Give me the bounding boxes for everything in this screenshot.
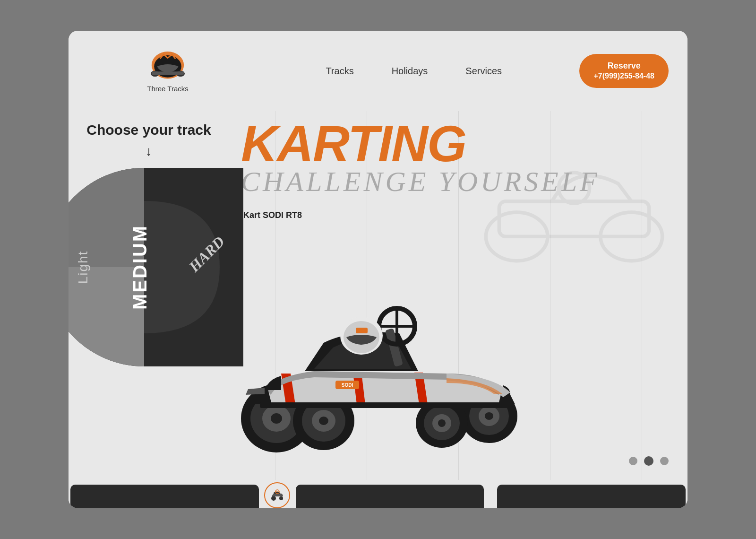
- svg-text:Light: Light: [76, 251, 90, 284]
- svg-text:SODI: SODI: [342, 383, 353, 388]
- svg-rect-12: [499, 201, 649, 237]
- reserve-label: Reserve: [593, 61, 654, 71]
- bottom-tabs: [69, 480, 687, 508]
- bottom-tab-spacer: [486, 480, 495, 508]
- nav-tracks[interactable]: Tracks: [326, 66, 353, 77]
- choose-track-title: Choose your track: [86, 121, 211, 139]
- kart-mini-icon: [270, 488, 285, 503]
- right-panel: KARTING CHALLENGE YOURSELF Kart SODI RT8: [229, 111, 687, 480]
- svg-rect-4: [152, 71, 184, 75]
- arrow-down-icon: ↓: [146, 144, 152, 159]
- dot-1[interactable]: [629, 457, 637, 465]
- bottom-tab-2[interactable]: [296, 485, 484, 508]
- dot-3[interactable]: [660, 457, 669, 465]
- svg-point-17: [271, 413, 282, 424]
- logo-icon: [146, 50, 189, 83]
- svg-rect-36: [356, 328, 368, 333]
- bottom-tab-3[interactable]: [497, 485, 686, 508]
- svg-point-25: [438, 419, 446, 427]
- main-content: Choose your track ↓ Light: [69, 111, 687, 480]
- svg-text:MEDIUM: MEDIUM: [129, 225, 150, 310]
- svg-point-40: [271, 496, 276, 501]
- bottom-tab-1[interactable]: [70, 485, 259, 508]
- kart-label: Kart SODI RT8: [243, 210, 302, 220]
- nav-services[interactable]: Services: [465, 66, 502, 77]
- logo-text: Three Tracks: [147, 85, 189, 93]
- kart-icon-circle[interactable]: [264, 482, 290, 508]
- challenge-text: CHALLENGE YOURSELF: [241, 165, 600, 198]
- kart-svg: SODI: [229, 281, 550, 461]
- track-wheel[interactable]: Light MEDIUM HARD: [69, 163, 248, 371]
- svg-point-29: [319, 417, 328, 425]
- difficulty-wheel-svg: Light MEDIUM HARD: [69, 163, 248, 371]
- left-panel: Choose your track ↓ Light: [69, 111, 229, 480]
- reserve-phone: +7(999)255-84-48: [593, 71, 654, 81]
- nav: Tracks Holidays Services: [248, 66, 579, 77]
- hero-subtitle: CHALLENGE YOURSELF: [241, 165, 600, 198]
- kart-image: SODI: [229, 281, 683, 461]
- dot-2[interactable]: [644, 456, 653, 466]
- nav-holidays[interactable]: Holidays: [392, 66, 428, 77]
- karting-text: KARTING: [241, 118, 466, 169]
- kart-watermark-svg: [461, 139, 687, 272]
- kart-icon-container: [261, 480, 294, 508]
- reserve-button[interactable]: Reserve +7(999)255-84-48: [579, 54, 669, 88]
- header: Three Tracks Tracks Holidays Services Re…: [69, 31, 687, 111]
- svg-rect-37: [260, 402, 513, 408]
- logo-area: Three Tracks: [87, 50, 248, 93]
- browser-window: Three Tracks Tracks Holidays Services Re…: [69, 31, 687, 508]
- svg-point-21: [485, 412, 493, 420]
- hero-title: KARTING: [241, 118, 466, 169]
- pagination-dots: [629, 456, 669, 466]
- svg-point-41: [279, 496, 283, 500]
